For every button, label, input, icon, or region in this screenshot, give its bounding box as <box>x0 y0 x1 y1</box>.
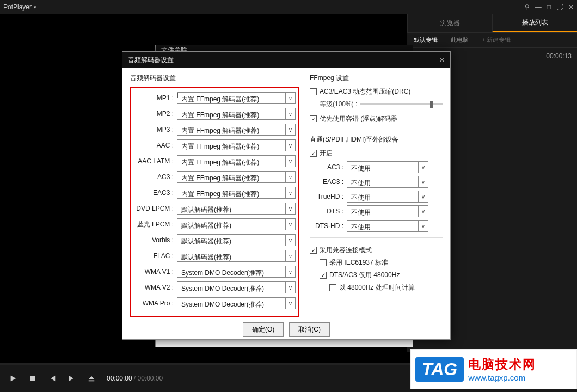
passthrough-label: DTS : <box>310 207 347 215</box>
passthrough-combo[interactable]: 不使用v <box>347 205 428 217</box>
cancel-button[interactable]: 取消(C) <box>289 322 330 337</box>
decoder-row: FLAC :默认解码器(推荐)v <box>133 249 296 262</box>
timeas48k-checkbox[interactable]: 以 48000Hz 处理时间计算 <box>329 283 443 292</box>
play-button[interactable] <box>5 371 21 386</box>
window-buttons: ⚲ — □ ⛶ ✕ <box>525 3 574 11</box>
fullscreen-button[interactable]: ⛶ <box>556 3 563 11</box>
pin-button[interactable]: ⚲ <box>525 3 530 11</box>
chevron-down-icon[interactable]: v <box>285 250 295 261</box>
prev-button[interactable] <box>45 371 60 386</box>
minimize-button[interactable]: — <box>535 3 542 11</box>
passthrough-combo[interactable]: 不使用v <box>347 176 428 188</box>
passthrough-label: AC3 : <box>310 163 347 171</box>
passthrough-combo-value: 不使用 <box>347 191 418 202</box>
watermark-logo: TAG <box>415 357 464 382</box>
chevron-down-icon[interactable]: v <box>285 187 295 198</box>
maximize-button[interactable]: □ <box>547 3 551 11</box>
tab-browser[interactable]: 浏览器 <box>407 14 492 32</box>
chevron-down-icon[interactable]: v <box>285 298 295 309</box>
passthrough-combo[interactable]: 不使用v <box>347 191 428 203</box>
chevron-down-icon[interactable]: v <box>285 93 295 103</box>
decoder-combo[interactable]: 内置 FFmpeg 解码器(推荐)v <box>177 92 296 104</box>
passthrough-label: DTS-HD : <box>310 222 347 230</box>
decoder-combo[interactable]: 内置 FFmpeg 解码器(推荐)v <box>177 171 296 183</box>
chevron-down-icon[interactable]: v <box>285 171 295 182</box>
iec61937-checkbox[interactable]: 采用 IEC61937 标准 <box>320 258 443 267</box>
decoder-label: MP1 : <box>133 94 177 102</box>
decoder-row: MP2 :内置 FFmpeg 解码器(推荐)v <box>133 107 296 120</box>
titlebar: PotPlayer ▾ ⚲ — □ ⛶ ✕ <box>0 0 577 14</box>
chevron-down-icon[interactable]: v <box>285 156 295 167</box>
chevron-down-icon[interactable]: v <box>418 176 428 187</box>
drc-slider[interactable] <box>360 103 443 105</box>
passthrough-combo-value: 不使用 <box>347 220 418 231</box>
chevron-down-icon[interactable]: v <box>285 108 295 119</box>
chevron-down-icon[interactable]: v <box>418 191 428 202</box>
chevron-down-icon[interactable]: v <box>285 203 295 214</box>
decoder-combo[interactable]: 内置 FFmpeg 解码器(推荐)v <box>177 187 296 199</box>
close-button[interactable]: ✕ <box>568 3 574 11</box>
decoder-label: WMA V2 : <box>133 284 177 291</box>
passthrough-combo[interactable]: 不使用v <box>347 220 428 232</box>
svg-rect-0 <box>30 376 35 381</box>
decoder-combo[interactable]: 内置 FFmpeg 解码器(推荐)v <box>177 139 296 151</box>
app-title[interactable]: PotPlayer ▾ <box>3 3 36 11</box>
decoder-combo-value: 内置 FFmpeg 解码器(推荐) <box>177 187 285 198</box>
decoder-combo[interactable]: System DMO Decoder(推荐)v <box>177 297 296 309</box>
ok-button[interactable]: 确定(O) <box>243 322 284 337</box>
decoder-row: WMA V2 :System DMO Decoder(推荐)v <box>133 281 296 294</box>
chevron-down-icon[interactable]: v <box>285 282 295 293</box>
chevron-down-icon[interactable]: v <box>418 206 428 217</box>
decoder-combo-value: System DMO Decoder(推荐) <box>177 282 285 293</box>
chevron-down-icon[interactable]: v <box>285 140 295 151</box>
decoder-row: AAC :内置 FFmpeg 解码器(推荐)v <box>133 139 296 152</box>
subtab-new-album[interactable]: + 新建专辑 <box>475 33 517 47</box>
chevron-down-icon[interactable]: v <box>285 124 295 135</box>
decoder-combo[interactable]: 内置 FFmpeg 解码器(推荐)v <box>177 155 296 167</box>
float-decoder-checkbox[interactable]: 优先使用容错 (浮点)解码器 <box>310 114 443 124</box>
decoder-label: 蓝光 LPCM : <box>133 220 177 229</box>
slider-thumb[interactable] <box>430 101 433 108</box>
chevron-down-icon[interactable]: v <box>418 220 428 231</box>
passthrough-row: AC3 :不使用v <box>310 161 443 173</box>
decoder-combo[interactable]: 默认解码器(推荐)v <box>177 234 296 246</box>
decoder-combo[interactable]: 默认解码器(推荐)v <box>177 250 296 262</box>
app-name: PotPlayer <box>3 3 32 11</box>
dialog-close-button[interactable]: ✕ <box>439 56 445 64</box>
compat-mode-checkbox[interactable]: 采用兼容连接模式 <box>310 246 443 255</box>
subtab-this-pc[interactable]: 此电脑 <box>444 33 475 47</box>
decoder-combo[interactable]: 内置 FFmpeg 解码器(推荐)v <box>177 108 296 120</box>
decoder-label: WMA V1 : <box>133 268 177 275</box>
decoder-combo[interactable]: System DMO Decoder(推荐)v <box>177 266 296 278</box>
decoder-combo[interactable]: 内置 FFmpeg 解码器(推荐)v <box>177 124 296 136</box>
decoder-label: EAC3 : <box>133 189 177 197</box>
drc-checkbox[interactable]: AC3/EAC3 动态范围压缩(DRC) <box>310 87 443 96</box>
only48k-checkbox[interactable]: DTS/AC3 仅用 48000Hz <box>320 271 443 280</box>
chevron-down-icon[interactable]: v <box>285 219 295 230</box>
passthrough-enable-checkbox[interactable]: 开启 <box>310 149 443 158</box>
decoder-combo-value: 默认解码器(推荐) <box>177 250 285 261</box>
chevron-down-icon[interactable]: v <box>285 266 295 277</box>
decoder-label: AAC : <box>133 142 177 149</box>
decoder-row: WMA Pro :System DMO Decoder(推荐)v <box>133 297 296 310</box>
sidepanel-subtabs: 默认专辑 此电脑 + 新建专辑 <box>407 33 577 48</box>
decoder-combo-value: 内置 FFmpeg 解码器(推荐) <box>177 140 285 151</box>
watermark-cn: 电脑技术网 <box>468 356 536 373</box>
decoder-row: EAC3 :内置 FFmpeg 解码器(推荐)v <box>133 186 296 199</box>
audio-decoder-settings-dialog: 音频解码器设置 ✕ 音频解码器设置 MP1 :内置 FFmpeg 解码器(推荐)… <box>122 51 451 340</box>
decoder-combo[interactable]: System DMO Decoder(推荐)v <box>177 281 296 293</box>
decoder-combo[interactable]: 默认解码器(推荐)v <box>177 218 296 230</box>
tab-playlist[interactable]: 播放列表 <box>492 14 577 32</box>
chevron-down-icon[interactable]: v <box>418 162 428 173</box>
dialog-header[interactable]: 音频解码器设置 ✕ <box>122 52 450 68</box>
right-column: FFmpeg 设置 AC3/EAC3 动态范围压缩(DRC) 等级(100%) … <box>310 74 443 318</box>
stop-button[interactable] <box>25 371 40 386</box>
next-button[interactable] <box>64 371 79 386</box>
decoder-combo[interactable]: 默认解码器(推荐)v <box>177 203 296 215</box>
passthrough-row: EAC3 :不使用v <box>310 176 443 188</box>
chevron-down-icon[interactable]: v <box>285 235 295 246</box>
passthrough-combo-value: 不使用 <box>347 176 418 187</box>
passthrough-combo[interactable]: 不使用v <box>347 161 428 173</box>
passthrough-combo-value: 不使用 <box>347 206 418 217</box>
eject-button[interactable] <box>84 371 99 386</box>
